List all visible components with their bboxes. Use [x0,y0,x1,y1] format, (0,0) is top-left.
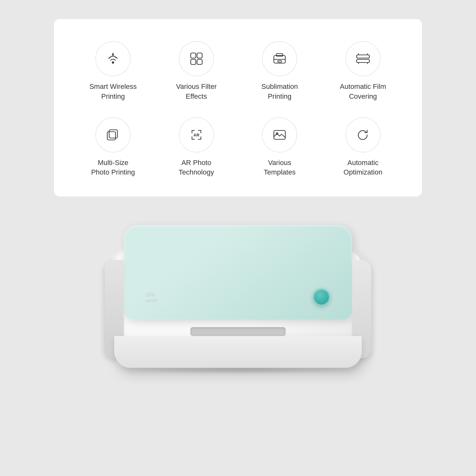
svg-rect-13 [357,55,369,58]
feature-filter-effects: Various FilterEffects [156,35,237,105]
film-icon [354,50,372,68]
ar-photo-label: AR PhotoTechnology [179,158,214,178]
sublimation-icon-circle [262,41,297,76]
svg-rect-7 [191,59,196,64]
printer-section: 汉印 HPRT [54,215,422,368]
film-icon-circle [346,41,380,76]
printer-brand: 汉印 HPRT [146,292,158,304]
printer-top-panel [124,225,352,320]
svg-rect-8 [197,59,202,64]
refresh-icon [354,126,372,144]
optimization-icon-circle [346,117,380,152]
svg-rect-19 [109,130,117,138]
svg-marker-2 [112,53,114,56]
svg-rect-14 [357,59,369,63]
power-button[interactable] [313,288,330,306]
svg-rect-20 [107,132,116,140]
feature-sublimation: SublimationPrinting [240,35,320,105]
film-covering-label: Automatic FilmCovering [340,82,386,102]
templates-icon [271,126,288,144]
printer-tray [114,336,362,368]
sublimation-icon [271,50,288,68]
brand-line1: 汉印 [146,292,158,298]
smart-wireless-label: Smart WirelessPrinting [89,82,137,102]
sublimation-label: SublimationPrinting [261,82,298,102]
ar-icon-circle: AR [179,117,214,152]
svg-point-0 [112,62,114,64]
svg-rect-5 [191,53,196,58]
feature-film-covering: Automatic FilmCovering [323,35,403,105]
svg-text:AR: AR [193,133,199,137]
smart-wireless-icon-circle [96,41,130,76]
brand-line2: HPRT [146,298,158,304]
feature-templates: VariousTemplates [240,111,320,181]
feature-optimization: AutomaticOptimization [323,111,403,181]
templates-label: VariousTemplates [264,158,295,178]
templates-icon-circle [262,117,297,152]
filter-effects-label: Various FilterEffects [176,82,217,102]
filter-icon [188,50,205,68]
multi-size-photo-icon [104,126,122,144]
feature-ar-photo: AR AR PhotoTechnology [156,111,237,181]
printer-slot [190,327,286,336]
ar-icon: AR [188,126,205,144]
multi-size-icon-circle [96,117,130,152]
feature-multi-size: Multi-SizePhoto Printing [73,111,153,181]
filter-icon-circle [179,41,214,76]
optimization-label: AutomaticOptimization [344,158,382,178]
printer-wrapper: 汉印 HPRT [108,215,368,368]
feature-smart-wireless: Smart WirelessPrinting [73,35,153,105]
svg-rect-6 [197,53,202,58]
printer-body: 汉印 HPRT [114,250,362,368]
svg-rect-12 [278,61,281,62]
features-card: Smart WirelessPrinting Various FilterEff… [54,19,422,196]
page-wrapper: Smart WirelessPrinting Various FilterEff… [0,0,476,476]
wifi-icon [104,50,122,68]
multi-size-label: Multi-SizePhoto Printing [91,158,135,178]
